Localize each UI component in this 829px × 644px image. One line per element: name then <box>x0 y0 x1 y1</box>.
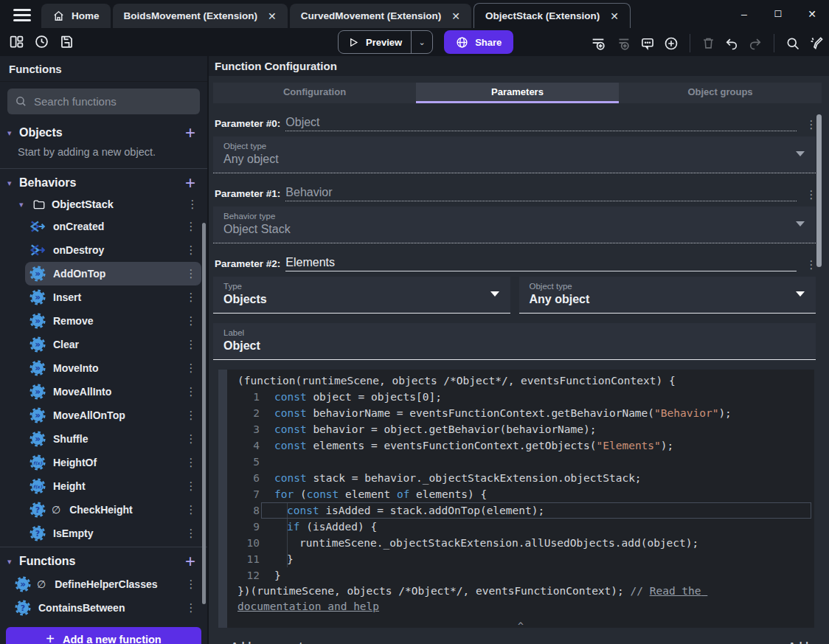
function-item-remove[interactable]: »Remove⋮ <box>25 309 201 333</box>
code-line-2[interactable]: 2const behaviorName = eventsFunctionCont… <box>227 405 814 421</box>
close-icon[interactable]: ✕ <box>795 0 829 28</box>
function-item-checkheight[interactable]: ?∅CheckHeight⋮ <box>25 498 201 522</box>
trash-icon[interactable] <box>701 36 715 50</box>
add-subevent-icon[interactable] <box>615 35 631 52</box>
functions-section-header[interactable]: ▾ Functions + <box>0 550 207 572</box>
code-line-12[interactable]: 12} <box>227 567 814 584</box>
kebab-menu-icon[interactable]: ⋮ <box>184 220 198 233</box>
add-partial-label[interactable]: Add <box>788 640 808 644</box>
code-editor[interactable]: (function(runtimeScene, objects /*Object… <box>218 370 814 628</box>
kebab-menu-icon[interactable]: ⋮ <box>184 409 198 422</box>
tab-home[interactable]: Home <box>41 4 111 28</box>
code-line-8[interactable]: 8const isAdded = stack.addOnTop(element)… <box>227 502 814 519</box>
kebab-menu-icon[interactable]: ⋮ <box>184 479 198 493</box>
kebab-menu-icon[interactable]: ⋮ <box>185 198 200 211</box>
search-functions-box[interactable] <box>7 89 200 114</box>
function-item-moveallinto[interactable]: »MoveAllInto⋮ <box>25 380 201 404</box>
kebab-menu-icon[interactable]: ⋮ <box>184 527 198 540</box>
dropdown-chevron-icon[interactable] <box>490 291 499 297</box>
kebab-menu-icon[interactable]: ⋮ <box>184 267 198 280</box>
kebab-menu-icon[interactable]: ⋮ <box>184 243 198 257</box>
kebab-menu-icon[interactable]: ⋮ <box>184 601 198 614</box>
share-button[interactable]: Share <box>444 30 513 54</box>
field-label[interactable]: LabelObject <box>213 323 816 360</box>
function-item-addontop[interactable]: »AddOnTop⋮ <box>25 262 201 285</box>
tab-configuration[interactable]: Configuration <box>213 83 416 103</box>
minimize-icon[interactable]: – <box>727 0 761 28</box>
kebab-menu-icon[interactable]: ⋮ <box>184 361 198 375</box>
objects-section-header[interactable]: ▾ Objects + <box>0 122 207 144</box>
function-item-heightof[interactable]: f(x)HeightOf⋮ <box>25 451 201 474</box>
add-behavior-icon[interactable]: + <box>185 176 198 190</box>
dropdown-chevron-icon[interactable] <box>796 291 805 297</box>
close-tab-icon[interactable]: ✕ <box>610 10 619 22</box>
function-item-containsbetween[interactable]: ?ContainsBetween⋮ <box>10 596 201 620</box>
function-item-isempty[interactable]: ?IsEmpty⋮ <box>25 522 201 545</box>
add-new-function-button[interactable]: + Add a new function <box>6 627 201 644</box>
search-functions-input[interactable] <box>34 95 192 108</box>
kebab-menu-icon[interactable]: ⋮ <box>184 503 198 516</box>
edit-icon[interactable] <box>809 35 825 51</box>
close-tab-icon[interactable]: ✕ <box>451 10 460 22</box>
behavior-objectstack-row[interactable]: ▾ ObjectStack ⋮ <box>0 194 207 215</box>
maximize-icon[interactable]: ☐ <box>761 0 795 28</box>
function-item-definehelperclasses[interactable]: »∅DefineHelperClasses⋮ <box>10 572 201 596</box>
tab-boidsmovement-extension[interactable]: BoidsMovement (Extension)✕ <box>113 4 288 28</box>
kebab-menu-icon[interactable]: ⋮ <box>184 456 198 469</box>
field-type[interactable]: TypeObjects <box>213 277 510 314</box>
kebab-menu-icon[interactable]: ⋮ <box>184 432 198 446</box>
add-circle-icon[interactable] <box>664 36 679 51</box>
save-icon[interactable] <box>59 34 74 49</box>
field-object-type[interactable]: Object typeAny object <box>519 277 816 314</box>
code-line-5[interactable]: 5 <box>227 454 814 470</box>
code-line-1[interactable]: 1const object = objects[0]; <box>227 389 814 405</box>
close-tab-icon[interactable]: ✕ <box>268 10 277 22</box>
field-behavior-type[interactable]: Behavior typeObject Stack <box>213 207 816 243</box>
kebab-menu-icon[interactable]: ⋮ <box>184 291 198 304</box>
preview-dropdown-chevron-icon[interactable]: ⌄ <box>412 38 432 47</box>
tab-objectstack-extension[interactable]: ObjectStack (Extension)✕ <box>474 3 631 28</box>
kebab-menu-icon[interactable]: ⋮ <box>184 338 198 351</box>
code-line-9[interactable]: 9if (isAdded) { <box>227 519 814 535</box>
tab-object-groups[interactable]: Object groups <box>619 83 822 103</box>
tab-curvedmovement-extension[interactable]: CurvedMovement (Extension)✕ <box>290 4 471 28</box>
code-line-11[interactable]: 11} <box>227 551 814 567</box>
function-item-shuffle[interactable]: »Shuffle⋮ <box>25 427 201 451</box>
function-item-oncreated[interactable]: onCreated⋮ <box>25 215 201 238</box>
field-object-type[interactable]: Object typeAny object <box>213 136 816 173</box>
parameters-scrollbar[interactable] <box>816 114 822 267</box>
parameter-name-input[interactable]: Behavior <box>285 186 797 201</box>
behaviors-section-header[interactable]: ▾ Behaviors + <box>0 172 207 194</box>
kebab-menu-icon[interactable]: ⋮ <box>184 578 198 591</box>
add-comment-icon[interactable] <box>640 36 655 51</box>
preview-button[interactable]: Preview ⌄ <box>338 30 433 54</box>
hamburger-menu-icon[interactable] <box>13 9 31 24</box>
dropdown-chevron-icon[interactable] <box>796 221 805 226</box>
dropdown-chevron-icon[interactable] <box>796 151 805 156</box>
function-item-ondestroy[interactable]: onDestroy⋮ <box>25 238 201 262</box>
sidebar-scrollbar[interactable] <box>202 223 206 604</box>
add-function-icon[interactable]: + <box>185 554 198 569</box>
kebab-menu-icon[interactable]: ⋮ <box>184 314 198 328</box>
parameter-name-input[interactable]: Object <box>285 116 797 131</box>
parameter-name-input[interactable]: Elements <box>285 256 797 271</box>
code-line-7[interactable]: 7for (const element of elements) { <box>227 486 814 502</box>
kebab-menu-icon[interactable]: ⋮ <box>184 385 198 398</box>
add-object-icon[interactable]: + <box>185 125 198 140</box>
code-line-4[interactable]: 4const elements = eventsFunctionContext.… <box>227 437 814 454</box>
function-item-moveinto[interactable]: »MoveInto⋮ <box>25 356 201 380</box>
code-line-3[interactable]: 3const behavior = object.getBehavior(beh… <box>227 421 814 437</box>
function-item-clear[interactable]: »Clear⋮ <box>25 333 201 356</box>
code-line-6[interactable]: 6const stack = behavior._objectStackExte… <box>227 470 814 486</box>
layout-columns-icon[interactable] <box>9 34 24 49</box>
search-icon[interactable] <box>785 36 800 51</box>
add-parameter-partial-label[interactable]: Add a parameter <box>231 640 312 644</box>
redo-icon[interactable] <box>748 36 763 51</box>
tab-parameters[interactable]: Parameters <box>416 83 619 103</box>
undo-icon[interactable] <box>724 36 739 51</box>
function-item-insert[interactable]: »Insert⋮ <box>25 285 201 309</box>
add-event-icon[interactable] <box>590 35 606 52</box>
history-icon[interactable] <box>34 34 49 49</box>
function-item-height[interactable]: f(x)Height⋮ <box>25 474 201 498</box>
collapse-caret[interactable]: ^ <box>227 620 814 628</box>
